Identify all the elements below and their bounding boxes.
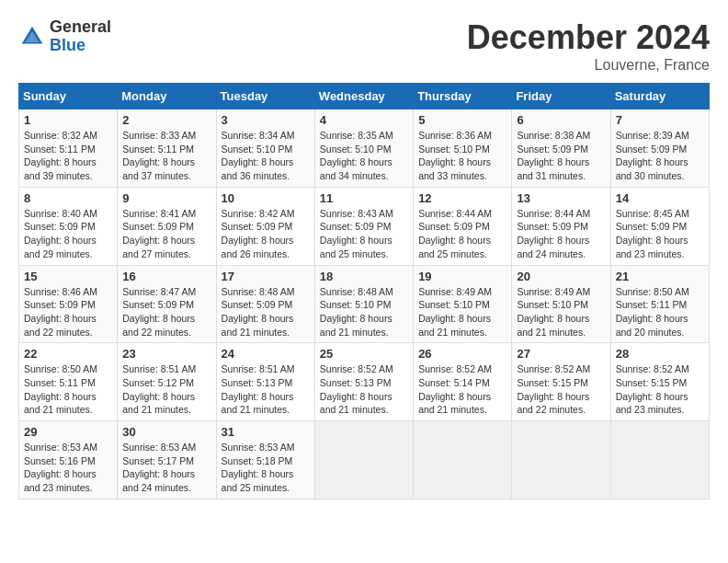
logo: General Blue [18, 18, 111, 55]
day-number: 5 [418, 113, 506, 127]
calendar-cell: 22 Sunrise: 8:50 AMSunset: 5:11 PMDaylig… [19, 343, 118, 421]
day-number: 11 [320, 191, 408, 205]
day-number: 1 [24, 113, 112, 127]
day-info: Sunrise: 8:45 AMSunset: 5:09 PMDaylight:… [616, 207, 704, 261]
day-number: 26 [418, 347, 506, 361]
logo-blue-text: Blue [50, 37, 111, 55]
day-info: Sunrise: 8:51 AMSunset: 5:13 PMDaylight:… [222, 362, 310, 417]
day-number: 24 [222, 347, 310, 361]
calendar-cell [512, 421, 610, 500]
day-number: 4 [320, 113, 408, 127]
day-number: 22 [24, 347, 112, 361]
logo-text: General Blue [50, 18, 111, 55]
day-number: 15 [24, 270, 112, 283]
day-info: Sunrise: 8:44 AMSunset: 5:09 PMDaylight:… [418, 207, 506, 261]
calendar-cell: 18 Sunrise: 8:48 AMSunset: 5:10 PMDaylig… [314, 265, 413, 343]
day-number: 31 [222, 425, 310, 439]
calendar-cell: 4 Sunrise: 8:35 AMSunset: 5:10 PMDayligh… [314, 109, 413, 188]
day-info: Sunrise: 8:43 AMSunset: 5:09 PMDaylight:… [320, 207, 408, 261]
day-number: 8 [24, 191, 112, 205]
calendar-cell: 25 Sunrise: 8:52 AMSunset: 5:13 PMDaylig… [314, 343, 413, 421]
day-number: 6 [517, 113, 605, 127]
day-info: Sunrise: 8:41 AMSunset: 5:09 PMDaylight:… [122, 207, 210, 261]
title-area: December 2024 Louverne, France [467, 18, 710, 74]
day-info: Sunrise: 8:46 AMSunset: 5:09 PMDaylight:… [24, 285, 112, 339]
day-info: Sunrise: 8:50 AMSunset: 5:11 PMDaylight:… [24, 362, 112, 417]
calendar-cell: 8 Sunrise: 8:40 AMSunset: 5:09 PMDayligh… [19, 187, 118, 265]
day-number: 19 [418, 270, 506, 283]
calendar-cell: 9 Sunrise: 8:41 AMSunset: 5:09 PMDayligh… [118, 187, 216, 265]
day-info: Sunrise: 8:53 AMSunset: 5:16 PMDaylight:… [24, 441, 112, 495]
weekday-header-wednesday: Wednesday [314, 84, 413, 109]
day-number: 3 [222, 113, 310, 127]
day-info: Sunrise: 8:51 AMSunset: 5:12 PMDaylight:… [122, 362, 210, 417]
week-row-1: 1 Sunrise: 8:32 AMSunset: 5:11 PMDayligh… [19, 109, 710, 188]
day-number: 13 [517, 191, 605, 205]
day-number: 27 [517, 347, 605, 361]
calendar-cell: 20 Sunrise: 8:49 AMSunset: 5:10 PMDaylig… [512, 265, 610, 343]
day-number: 10 [222, 191, 310, 205]
calendar-cell: 17 Sunrise: 8:48 AMSunset: 5:09 PMDaylig… [216, 265, 314, 343]
calendar-cell: 16 Sunrise: 8:47 AMSunset: 5:09 PMDaylig… [118, 265, 216, 343]
logo-icon [18, 23, 46, 51]
calendar-cell: 27 Sunrise: 8:52 AMSunset: 5:15 PMDaylig… [512, 343, 610, 421]
day-number: 23 [122, 347, 210, 361]
day-info: Sunrise: 8:49 AMSunset: 5:10 PMDaylight:… [418, 285, 506, 339]
day-info: Sunrise: 8:36 AMSunset: 5:10 PMDaylight:… [418, 129, 506, 183]
calendar-cell: 13 Sunrise: 8:44 AMSunset: 5:09 PMDaylig… [512, 187, 610, 265]
calendar-cell [610, 421, 709, 500]
calendar-cell: 26 Sunrise: 8:52 AMSunset: 5:14 PMDaylig… [414, 343, 512, 421]
calendar-cell: 1 Sunrise: 8:32 AMSunset: 5:11 PMDayligh… [19, 109, 118, 188]
week-row-3: 15 Sunrise: 8:46 AMSunset: 5:09 PMDaylig… [19, 265, 710, 343]
calendar-cell [314, 421, 413, 500]
day-info: Sunrise: 8:48 AMSunset: 5:10 PMDaylight:… [320, 285, 408, 339]
calendar-cell: 15 Sunrise: 8:46 AMSunset: 5:09 PMDaylig… [19, 265, 118, 343]
calendar-cell: 6 Sunrise: 8:38 AMSunset: 5:09 PMDayligh… [512, 109, 610, 188]
day-number: 7 [616, 113, 704, 127]
weekday-header-monday: Monday [118, 84, 216, 109]
location: Louverne, France [467, 57, 710, 74]
calendar-table: SundayMondayTuesdayWednesdayThursdayFrid… [18, 83, 710, 500]
calendar-cell: 3 Sunrise: 8:34 AMSunset: 5:10 PMDayligh… [216, 109, 314, 188]
calendar-cell: 29 Sunrise: 8:53 AMSunset: 5:16 PMDaylig… [19, 421, 118, 500]
calendar-cell: 11 Sunrise: 8:43 AMSunset: 5:09 PMDaylig… [314, 187, 413, 265]
week-row-4: 22 Sunrise: 8:50 AMSunset: 5:11 PMDaylig… [19, 343, 710, 421]
day-number: 21 [616, 270, 704, 283]
calendar-cell: 21 Sunrise: 8:50 AMSunset: 5:11 PMDaylig… [610, 265, 709, 343]
weekday-header-saturday: Saturday [610, 84, 709, 109]
logo-general-text: General [50, 18, 111, 37]
weekday-header-tuesday: Tuesday [216, 84, 314, 109]
calendar-cell [414, 421, 512, 500]
day-info: Sunrise: 8:38 AMSunset: 5:09 PMDaylight:… [517, 129, 605, 183]
calendar-cell: 14 Sunrise: 8:45 AMSunset: 5:09 PMDaylig… [610, 187, 709, 265]
day-info: Sunrise: 8:47 AMSunset: 5:09 PMDaylight:… [122, 285, 210, 339]
day-info: Sunrise: 8:50 AMSunset: 5:11 PMDaylight:… [616, 285, 704, 339]
calendar-cell: 28 Sunrise: 8:52 AMSunset: 5:15 PMDaylig… [610, 343, 709, 421]
day-info: Sunrise: 8:40 AMSunset: 5:09 PMDaylight:… [24, 207, 112, 261]
day-number: 17 [222, 270, 310, 283]
weekday-header-row: SundayMondayTuesdayWednesdayThursdayFrid… [19, 84, 710, 109]
calendar-cell: 5 Sunrise: 8:36 AMSunset: 5:10 PMDayligh… [414, 109, 512, 188]
day-info: Sunrise: 8:44 AMSunset: 5:09 PMDaylight:… [517, 207, 605, 261]
day-info: Sunrise: 8:33 AMSunset: 5:11 PMDaylight:… [122, 129, 210, 183]
day-info: Sunrise: 8:52 AMSunset: 5:15 PMDaylight:… [616, 362, 704, 417]
day-info: Sunrise: 8:52 AMSunset: 5:13 PMDaylight:… [320, 362, 408, 417]
day-number: 12 [418, 191, 506, 205]
month-title: December 2024 [467, 18, 710, 57]
page-header: General Blue December 2024 Louverne, Fra… [18, 18, 710, 74]
calendar-cell: 7 Sunrise: 8:39 AMSunset: 5:09 PMDayligh… [610, 109, 709, 188]
calendar-cell: 10 Sunrise: 8:42 AMSunset: 5:09 PMDaylig… [216, 187, 314, 265]
calendar-cell: 30 Sunrise: 8:53 AMSunset: 5:17 PMDaylig… [118, 421, 216, 500]
day-number: 16 [122, 270, 210, 283]
day-number: 9 [122, 191, 210, 205]
day-number: 29 [24, 425, 112, 439]
day-info: Sunrise: 8:48 AMSunset: 5:09 PMDaylight:… [222, 285, 310, 339]
day-info: Sunrise: 8:49 AMSunset: 5:10 PMDaylight:… [517, 285, 605, 339]
day-info: Sunrise: 8:42 AMSunset: 5:09 PMDaylight:… [222, 207, 310, 261]
day-number: 2 [122, 113, 210, 127]
day-info: Sunrise: 8:39 AMSunset: 5:09 PMDaylight:… [616, 129, 704, 183]
calendar-cell: 23 Sunrise: 8:51 AMSunset: 5:12 PMDaylig… [118, 343, 216, 421]
day-info: Sunrise: 8:53 AMSunset: 5:18 PMDaylight:… [222, 441, 310, 495]
week-row-5: 29 Sunrise: 8:53 AMSunset: 5:16 PMDaylig… [19, 421, 710, 500]
calendar-cell: 19 Sunrise: 8:49 AMSunset: 5:10 PMDaylig… [414, 265, 512, 343]
